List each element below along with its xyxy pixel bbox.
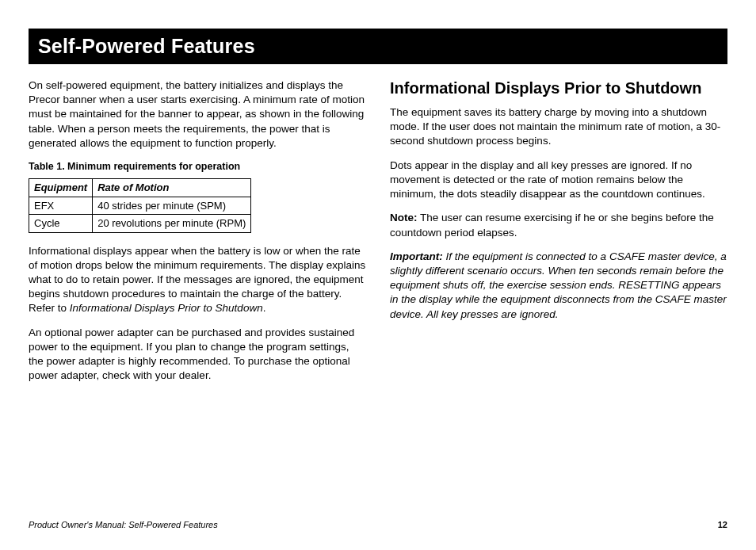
- section-title: Self-Powered Features: [29, 29, 727, 64]
- important-paragraph: Important: If the equipment is connected…: [390, 250, 727, 322]
- footer-title: Product Owner's Manual: Self-Powered Fea…: [29, 520, 218, 529]
- info-displays-paragraph: Informational displays appear when the b…: [29, 244, 366, 316]
- important-label: Important:: [390, 250, 443, 262]
- left-column: On self-powered equipment, the battery i…: [29, 78, 366, 393]
- subsection-heading: Informational Displays Prior to Shutdown: [390, 78, 727, 97]
- note-label: Note:: [390, 212, 418, 223]
- note-text: The user can resume exercising if he or …: [390, 212, 714, 238]
- requirements-table: Equipment Rate of Motion EFX 40 strides …: [29, 178, 251, 233]
- power-adapter-paragraph: An optional power adapter can be purchas…: [29, 326, 366, 384]
- table-row: EFX 40 strides per minute (SPM): [29, 197, 251, 215]
- cell-rate: 20 revolutions per minute (RPM): [93, 215, 251, 233]
- table-header-rate: Rate of Motion: [93, 178, 251, 197]
- cell-equipment: EFX: [29, 197, 93, 215]
- note-paragraph: Note: The user can resume exercising if …: [390, 211, 727, 239]
- text-span: .: [263, 302, 266, 314]
- shutdown-p2: Dots appear in the display and all key p…: [390, 159, 727, 202]
- cell-rate: 40 strides per minute (SPM): [93, 197, 251, 215]
- cell-equipment: Cycle: [29, 215, 93, 233]
- shutdown-p1: The equipment saves its battery charge b…: [390, 105, 727, 149]
- cross-ref: Informational Displays Prior to Shutdown: [70, 302, 263, 314]
- intro-paragraph: On self-powered equipment, the battery i…: [29, 78, 366, 151]
- page-footer: Product Owner's Manual: Self-Powered Fea…: [29, 520, 727, 529]
- table-header-equipment: Equipment: [29, 178, 93, 197]
- right-column: Informational Displays Prior to Shutdown…: [390, 78, 727, 393]
- page-number: 12: [718, 520, 727, 529]
- table-caption: Table 1. Minimum requirements for operat…: [29, 160, 366, 174]
- table-row: Cycle 20 revolutions per minute (RPM): [29, 215, 251, 233]
